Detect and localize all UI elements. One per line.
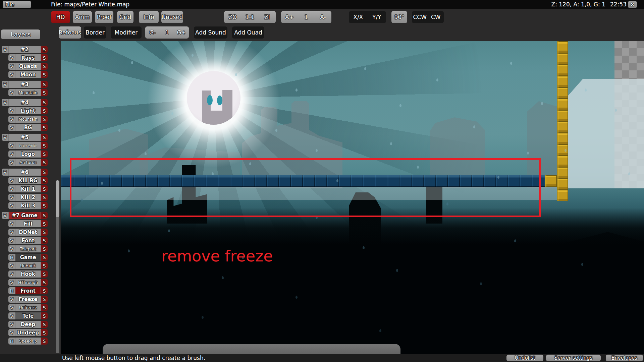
layer-label-tele[interactable]: Tele [15,312,41,319]
layer-label-front[interactable]: Front [15,287,41,294]
layer-secure-flag-deep[interactable]: S [41,321,48,328]
layer-label-deep[interactable]: Deep [15,321,41,328]
layer-visibility-toggle-kill-2[interactable]: V [8,194,15,201]
layer-secure-flag-game[interactable]: S [41,254,48,261]
group-label--7-game[interactable]: #7 Game [9,212,41,219]
layer-label-game[interactable]: Game [15,254,41,261]
layer-visibility-toggle-mountain[interactable]: V [8,116,15,123]
group-label--3[interactable]: #3 [9,81,41,88]
layer-label-kill-3[interactable]: Kill 3 [15,202,41,209]
layer-label-unfreeze[interactable]: Unfreeze [15,304,41,311]
layer-visibility-toggle-tele[interactable]: V [8,312,15,319]
group-visibility-toggle--6[interactable]: V [2,169,9,176]
layer-secure-flag-unhook[interactable]: S [41,262,48,269]
refocus-button[interactable]: Refocus [59,26,81,39]
group-secure-flag--5[interactable]: S [41,134,48,141]
layer-label-kill-2[interactable]: KIll 2 [15,194,41,201]
layer-label-hook[interactable]: Hook [15,270,41,278]
info-toggle-button[interactable]: Info [139,11,159,23]
layer-label-quads[interactable]: Quads [15,63,41,70]
layer-secure-flag-moon[interactable]: S [41,71,48,78]
flip-y-button[interactable]: Y/Y [368,14,386,20]
layer-label-freeze[interactable]: Freeze [15,296,41,303]
layer-visibility-toggle-rays[interactable]: V [8,54,15,61]
layer-visibility-toggle-freeze[interactable]: V [8,296,15,303]
layer-visibility-toggle-kill-1[interactable]: V [8,185,15,192]
layer-secure-flag-teleport[interactable]: S [41,245,48,252]
layer-visibility-toggle-unfreeze[interactable]: V [8,304,15,311]
layer-visibility-toggle-arcturus[interactable]: V [8,159,15,166]
group-secure-flag--2[interactable]: S [41,46,48,53]
layer-secure-flag-unfreeze[interactable]: S [41,304,48,311]
layer-visibility-toggle-mountain[interactable]: V [8,89,15,96]
undolist-button[interactable]: Undolist [506,355,543,361]
layer-label-unhook[interactable]: UnHook [15,262,41,269]
layer-secure-flag-hthrough[interactable]: S [41,279,48,286]
layer-secure-flag-freeze[interactable]: S [41,296,48,303]
layer-label-font[interactable]: Font [15,237,41,244]
server-settings-button[interactable]: Server settings [546,355,601,361]
layer-visibility-toggle-front[interactable]: H [8,287,15,294]
layer-visibility-toggle-ddnet[interactable]: V [8,229,15,236]
hd-toggle-button[interactable]: HD [51,11,70,23]
layer-secure-flag-rays[interactable]: S [41,54,48,61]
layer-label-hthrough[interactable]: HThrough [15,279,41,286]
grid-size-increase-button[interactable]: G+ [174,29,189,36]
layer-visibility-toggle-fill[interactable]: V [8,220,15,227]
group-label--6[interactable]: #6 [9,169,41,176]
group-visibility-toggle--3[interactable]: V [2,81,9,88]
layer-secure-flag-ddnet[interactable]: S [41,229,48,236]
layer-visibility-toggle-teleport[interactable]: V [8,245,15,252]
layer-label-undeep[interactable]: Undeep [15,329,41,336]
zoom-reset-button[interactable]: 1:1 [241,14,258,20]
group-label--5[interactable]: #5 [9,134,41,141]
group-visibility-toggle--2[interactable]: V [2,46,9,53]
layers-panel-header[interactable]: Layers [1,29,40,39]
layer-visibility-toggle-speedup[interactable]: H [8,338,15,345]
close-editor-button[interactable]: X [628,1,637,8]
layer-visibility-toggle-logo[interactable]: V [8,150,15,158]
layer-secure-flag-undeep[interactable]: S [41,329,48,336]
group-secure-flag--3[interactable]: S [41,81,48,88]
layer-visibility-toggle-kill-3[interactable]: V [8,202,15,209]
layer-secure-flag-kill-bg[interactable]: S [41,177,48,184]
rotate-cw-button[interactable]: CW [428,14,444,20]
rotate-ccw-button[interactable]: CCW [412,14,428,20]
layer-secure-flag-mountain[interactable]: S [41,89,48,96]
anim-speed-up-button[interactable]: A+ [281,14,298,20]
layer-label-speedup[interactable]: Speedup [15,338,41,345]
layer-secure-flag-peter-white[interactable]: S [41,142,48,149]
layer-visibility-toggle-peter-white[interactable]: V [8,142,15,149]
add-quad-button[interactable]: Add Quad [232,26,264,39]
layer-label-kill-bg[interactable]: Kill BG [15,177,41,184]
layer-secure-flag-front[interactable]: S [41,287,48,294]
layer-label-rays[interactable]: Rays [15,54,41,61]
layers-scrollbar-thumb[interactable] [56,180,59,217]
layer-visibility-toggle-quads[interactable]: V [8,63,15,70]
layer-visibility-toggle-light[interactable]: V [8,107,15,114]
add-sound-button[interactable]: Add Sound [194,26,227,39]
layer-label-logo[interactable]: Logo [15,150,41,158]
layer-secure-flag-quads[interactable]: S [41,63,48,70]
layer-secure-flag-kill-2[interactable]: S [41,194,48,201]
group-visibility-toggle--7-game[interactable]: V [2,212,9,219]
file-menu-button[interactable]: File [3,1,31,8]
layer-secure-flag-font[interactable]: S [41,237,48,244]
layer-label-moon[interactable]: Moon [15,71,41,78]
layer-label-arcturus[interactable]: Arcturus [15,159,41,166]
group-label--4[interactable]: #4 [9,99,41,106]
layer-visibility-toggle-deep[interactable]: V [8,321,15,328]
map-canvas[interactable]: remove freeze [61,41,644,354]
border-button[interactable]: Border [84,26,106,39]
grid-toggle-button[interactable]: Grid [117,11,133,23]
anim-toggle-button[interactable]: Anim [73,11,92,23]
layer-label-mountain[interactable]: Mountain [15,116,41,123]
zoom-out-button[interactable]: ZO [224,14,241,20]
layer-label-light[interactable]: Light [15,107,41,114]
envelopes-button[interactable]: Envelopes [606,355,643,361]
anim-speed-down-button[interactable]: A- [315,14,331,20]
layer-visibility-toggle-font[interactable]: V [8,237,15,244]
grid-size-decrease-button[interactable]: G- [145,29,160,36]
flip-x-button[interactable]: X/X [349,14,368,20]
layer-label-teleport[interactable]: Teleport [15,245,41,252]
